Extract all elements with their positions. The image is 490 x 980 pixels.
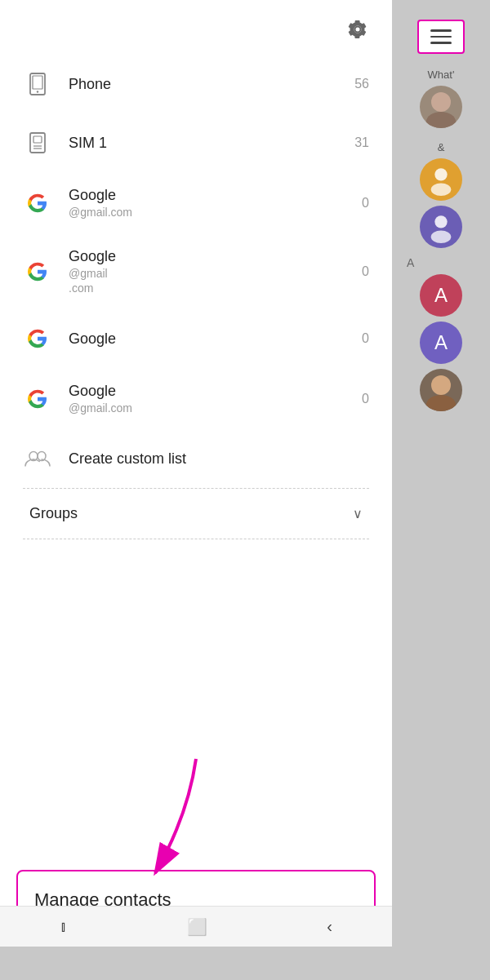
hamburger-menu-button[interactable] [417,20,465,54]
google1-info: Google @gmail.com [69,187,354,219]
svg-point-13 [431,184,452,196]
google3-icon [23,324,52,353]
phone-icon [23,69,52,99]
sidebar-avatar-photo-1 [420,86,462,128]
right-sidebar: What' & A A A [392,0,490,980]
svg-point-2 [37,91,38,92]
group-icon [23,444,52,473]
google4-count: 0 [362,392,369,406]
phone-info: Phone [69,76,346,93]
sim1-item[interactable]: SIM 1 31 [7,113,385,172]
google1-count: 0 [362,196,369,211]
recent-apps-icon: ⫾ [60,917,68,936]
google2-info: Google @gmail .com [69,248,354,295]
svg-rect-4 [33,136,42,143]
svg-point-11 [426,112,456,128]
svg-point-16 [431,375,451,395]
settings-button[interactable] [343,15,372,47]
groups-row[interactable]: Groups ∨ [7,489,385,539]
custom-list-name: Create custom list [69,450,369,468]
google2-name: Google [69,248,354,265]
home-button[interactable]: ⬜ [171,911,224,943]
google4-info: Google @gmail.com [69,383,354,415]
google1-icon [23,188,52,218]
google4-item[interactable]: Google @gmail.com 0 [7,368,385,429]
gear-icon [346,18,369,41]
google3-item[interactable]: Google 0 [7,309,385,368]
recent-apps-button[interactable]: ⫾ [43,911,84,942]
sim-icon [23,128,52,157]
phone-name: Phone [69,76,346,93]
hamburger-line-1 [430,29,452,32]
sidebar-avatar-photo-2 [420,369,462,411]
google1-name: Google [69,187,354,204]
contact-list: Phone 56 SIM 1 31 [0,55,392,870]
google4-sub: @gmail.com [69,401,354,415]
hamburger-line-3 [430,42,452,44]
divider-bottom [23,539,369,539]
main-panel: Phone 56 SIM 1 31 [0,0,392,947]
sidebar-avatar-3 [420,206,462,248]
svg-point-17 [426,395,456,411]
google2-item[interactable]: Google @gmail .com 0 [7,233,385,309]
google3-name: Google [69,330,354,348]
sim1-count: 31 [354,135,369,150]
google4-name: Google [69,383,354,400]
svg-point-10 [431,92,451,112]
google1-sub: @gmail.com [69,206,354,219]
sim1-info: SIM 1 [69,135,346,152]
google1-item[interactable]: Google @gmail.com 0 [7,172,385,233]
phone-item[interactable]: Phone 56 [7,55,385,113]
sidebar-avatar-a2: A [420,321,462,364]
sidebar-avatar-a1: A [420,274,462,317]
hamburger-line-2 [430,36,452,38]
create-custom-list-item[interactable]: Create custom list [7,429,385,488]
sim1-name: SIM 1 [69,135,346,152]
svg-point-14 [434,215,447,228]
google2-sub2: .com [69,282,354,295]
whats-label: What' [428,69,455,81]
custom-list-info: Create custom list [69,450,369,468]
chevron-down-icon: ∨ [353,506,363,521]
svg-point-12 [434,168,447,180]
back-button[interactable]: ‹ [310,911,349,942]
google3-info: Google [69,330,354,348]
settings-row [0,0,392,55]
google4-icon [23,384,52,414]
google2-sub1: @gmail [69,267,354,280]
phone-count: 56 [354,77,369,91]
svg-rect-1 [33,76,42,89]
svg-point-15 [431,231,452,243]
section-a-label: A [407,256,414,269]
amp-label: & [438,141,445,153]
back-icon: ‹ [327,917,332,936]
google3-count: 0 [362,331,369,346]
google2-icon [23,257,52,286]
sidebar-avatar-2 [420,158,462,201]
home-icon: ⬜ [187,917,207,937]
google2-count: 0 [362,264,369,279]
groups-label: Groups [29,505,353,522]
sidebar-contacts-list: What' & A A A [392,60,490,411]
nav-bar: ⫾ ⬜ ‹ [0,906,392,947]
